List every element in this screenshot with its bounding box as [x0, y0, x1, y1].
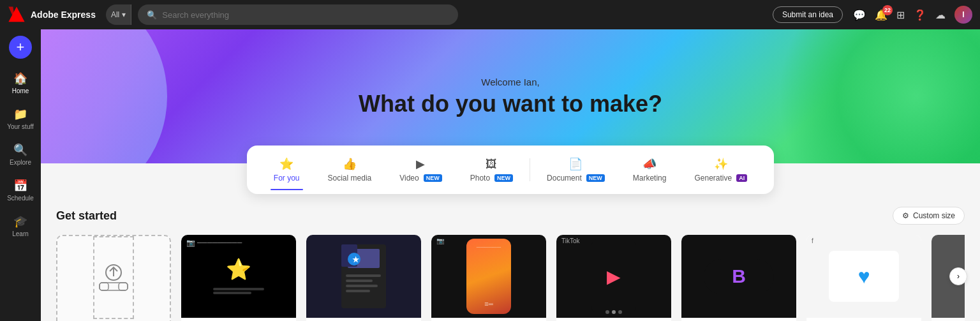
card-facebook[interactable]: f ♥ Facebook post: [806, 235, 921, 321]
svg-rect-4: [100, 283, 108, 290]
card-instagram-story[interactable]: 📷 ────── ≡ Instagram story: [431, 235, 546, 321]
tab-video[interactable]: ▶ VideoNEW: [385, 151, 456, 189]
card-fb-label: Facebook post: [806, 318, 921, 321]
sidebar-your-stuff-label: Your stuff: [7, 123, 34, 130]
nav-icons: 💬 🔔 22 ⊞ ❓ ☁ I: [853, 6, 972, 24]
thumbsup-icon: 👍: [343, 157, 357, 171]
tab-marketing[interactable]: 📣 Marketing: [619, 151, 681, 189]
doc-new-badge: NEW: [586, 174, 605, 182]
custom-size-button[interactable]: ⚙ Custom size: [893, 207, 965, 225]
tab-social-media[interactable]: 👍 Social media: [314, 151, 386, 189]
notification-badge: 22: [882, 5, 893, 15]
marketing-icon: 📣: [642, 157, 657, 171]
logo-pill: B: [704, 259, 774, 294]
tab-for-you-label: For you: [274, 174, 300, 183]
custom-size-icon: ⚙: [902, 211, 909, 220]
hero-text: Welcome Ian, What do you want to make?: [359, 77, 662, 117]
tabs-card: ⭐ For you 👍 Social media ▶ VideoNEW 🖼: [247, 146, 774, 194]
tab-social-media-label: Social media: [328, 174, 372, 183]
custom-size-label: Custom size: [913, 211, 955, 220]
sidebar-item-learn[interactable]: 🎓 Learn: [3, 209, 38, 243]
chevron-down-icon: ▾: [122, 10, 126, 19]
card-story-thumb: 📷 ────── ≡: [431, 235, 546, 318]
chat-icon[interactable]: 💬: [853, 9, 866, 21]
card-flyer-thumb: ★: [306, 235, 421, 318]
svg-rect-14: [346, 290, 370, 292]
content-area: Get started ⚙ Custom size: [41, 194, 980, 321]
insta-star-icon: ⭐: [226, 257, 251, 281]
section-title: Get started: [56, 209, 117, 223]
sidebar: + 🏠 Home 📁 Your stuff 🔍 Explore 📅 Schedu…: [0, 29, 41, 321]
sidebar-item-home[interactable]: 🏠 Home: [3, 66, 38, 100]
hero-title: What do you want to make?: [359, 91, 662, 117]
photo-icon: 🖼: [486, 158, 497, 171]
tab-generative-label: GenerativeAI: [694, 174, 747, 183]
cards-container: Start from your content 📷 ───────── ⭐: [56, 235, 965, 321]
svg-text:★: ★: [352, 255, 359, 264]
explore-icon: 🔍: [13, 143, 27, 157]
card-fb-thumb: f ♥: [806, 235, 921, 318]
video-icon: ▶: [416, 157, 425, 171]
tab-video-label: VideoNEW: [399, 174, 442, 183]
card-story-label: Instagram story: [431, 318, 546, 321]
home-icon: 🏠: [13, 71, 27, 86]
search-filter-label: All: [111, 10, 119, 19]
sidebar-explore-label: Explore: [10, 159, 31, 166]
sidebar-item-your-stuff[interactable]: 📁 Your stuff: [3, 102, 38, 135]
document-icon: 📄: [568, 157, 583, 171]
hero-banner: Welcome Ian, What do you want to make?: [41, 29, 980, 163]
tab-photo-label: PhotoNEW: [470, 174, 513, 183]
apps-icon[interactable]: ⊞: [896, 9, 905, 21]
brand-name: Adobe Express: [31, 10, 96, 20]
svg-rect-11: [346, 274, 381, 277]
sidebar-item-explore[interactable]: 🔍 Explore: [3, 138, 38, 171]
sidebar-item-schedule[interactable]: 📅 Schedule: [3, 174, 38, 207]
card-instagram-square[interactable]: 📷 ───────── ⭐ Instagram square post: [181, 235, 296, 321]
svg-rect-12: [346, 280, 373, 282]
main: Welcome Ian, What do you want to make? ⭐…: [41, 29, 980, 321]
phone-tiktok: ▶: [591, 239, 636, 314]
card-tiktok[interactable]: TikTok ▶ TikTok video: [556, 235, 671, 321]
svg-rect-3: [100, 283, 128, 290]
search-icon: 🔍: [147, 10, 157, 20]
card-flyer[interactable]: ★ Flyer: [306, 235, 421, 321]
brand: Adobe Express: [8, 6, 96, 24]
tab-document[interactable]: 📄 DocumentNEW: [533, 151, 619, 189]
adobe-logo: [8, 6, 26, 24]
card-start-from-content[interactable]: Start from your content: [56, 235, 171, 321]
cloud-icon[interactable]: ☁: [935, 9, 946, 21]
topnav: Adobe Express All ▾ 🔍 Submit an idea 💬 🔔…: [0, 0, 980, 29]
tab-marketing-label: Marketing: [633, 174, 667, 183]
flyer-preview: ★: [338, 241, 389, 311]
hero-decor-left: [41, 29, 181, 163]
tab-generative[interactable]: ✨ GenerativeAI: [680, 151, 761, 189]
card-insta-square-thumb: 📷 ───────── ⭐: [181, 235, 296, 318]
hero-welcome: Welcome Ian,: [359, 77, 662, 87]
star-icon: ⭐: [279, 157, 293, 171]
logo-b-icon: B: [732, 265, 746, 287]
card-logo[interactable]: B Logo: [681, 235, 796, 321]
learn-icon: 🎓: [13, 214, 27, 228]
help-icon[interactable]: ❓: [914, 9, 926, 21]
search-filter-dropdown[interactable]: All ▾: [106, 4, 131, 25]
video-new-badge: NEW: [424, 174, 442, 182]
search-input[interactable]: [162, 10, 449, 20]
create-button[interactable]: +: [9, 36, 32, 59]
ai-badge: AI: [736, 174, 747, 182]
notifications-icon[interactable]: 🔔 22: [875, 9, 887, 21]
phone-story: ────── ≡: [466, 239, 511, 314]
avatar[interactable]: I: [954, 6, 972, 24]
tab-photo[interactable]: 🖼 PhotoNEW: [456, 151, 527, 189]
tab-divider: [530, 158, 530, 181]
hero-decor-right: [738, 29, 980, 163]
folder-icon: 📁: [13, 107, 27, 121]
tab-for-you[interactable]: ⭐ For you: [260, 151, 314, 189]
card-insta-square-label: Instagram square post: [181, 318, 296, 321]
layout: + 🏠 Home 📁 Your stuff 🔍 Explore 📅 Schedu…: [0, 29, 980, 321]
schedule-icon: 📅: [13, 179, 27, 193]
next-arrow-button[interactable]: ›: [949, 267, 967, 285]
section-header: Get started ⚙ Custom size: [56, 207, 965, 225]
submit-idea-button[interactable]: Submit an idea: [773, 6, 843, 23]
fb-heart-card: ♥: [829, 251, 899, 302]
upload-icon: [94, 258, 133, 297]
